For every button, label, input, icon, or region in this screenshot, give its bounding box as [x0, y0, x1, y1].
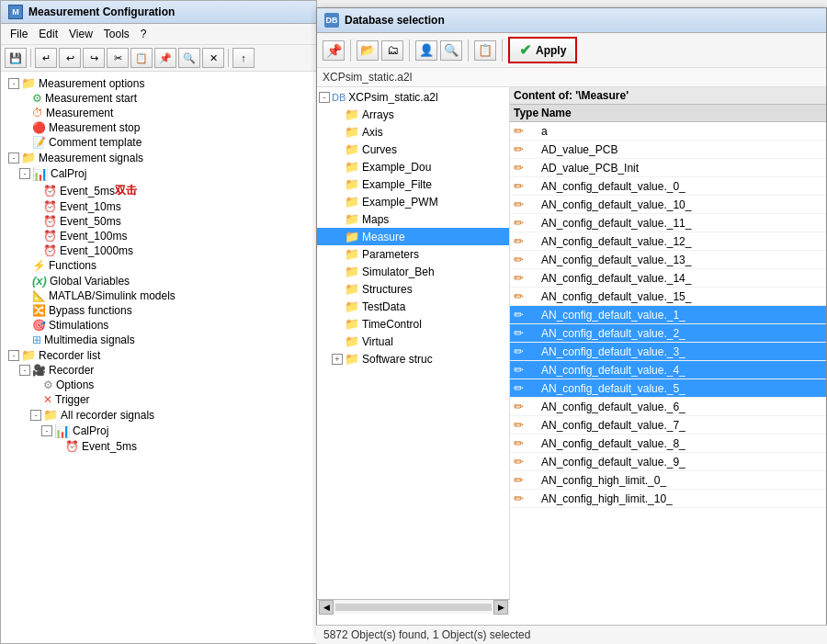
list-row-13[interactable]: ✏AN_config_default_value._4_	[510, 361, 826, 379]
tree-item-matlab[interactable]: 📐 MATLAB/Simulink models	[1, 288, 316, 303]
tree-item-meas-stop[interactable]: 🔴 Measurement stop	[1, 120, 316, 135]
label-maps: Maps	[362, 213, 389, 226]
scroll-left-btn[interactable]: ◀	[319, 600, 334, 615]
toolbar-save-btn[interactable]: 💾	[5, 48, 27, 68]
toolbar-db-open-btn[interactable]: 📂	[357, 40, 379, 61]
toolbar-undo-btn[interactable]: ↩	[59, 48, 81, 68]
tree-item-meas-signals[interactable]: - 📁 Measurement signals	[1, 150, 316, 165]
list-row-20[interactable]: ✏AN_config_high_limit._10_	[510, 490, 826, 508]
tree-item-bypass[interactable]: 🔀 Bypass functions	[1, 303, 316, 318]
tree-item-global-vars[interactable]: (x) Global Variables	[1, 273, 316, 288]
list-row-0[interactable]: ✏a	[510, 122, 826, 141]
tree-item-multimedia[interactable]: ⊞ Multimedia signals	[1, 333, 316, 347]
tree-item-calproj[interactable]: - 📊 CalProj	[1, 165, 316, 182]
list-row-17[interactable]: ✏AN_config_default_value._8_	[510, 435, 826, 453]
menu-view[interactable]: View	[63, 26, 98, 42]
tree-item-event100ms[interactable]: ⏰ Event_100ms	[1, 229, 316, 243]
list-row-6[interactable]: ✏AN_config_default_value._12_	[510, 232, 826, 251]
list-row-12[interactable]: ✏AN_config_default_value._3_	[510, 343, 826, 361]
db-tree-item-structures[interactable]: 📁Structures	[317, 280, 509, 298]
list-row-2[interactable]: ✏AD_value_PCB_Init	[510, 159, 826, 177]
toolbar-paste-btn[interactable]: 📌	[154, 48, 176, 68]
tree-item-meas[interactable]: ⏱ Measurement	[1, 106, 316, 120]
toolbar-db-recent-btn[interactable]: 🗂	[381, 40, 403, 61]
tree-item-functions[interactable]: ⚡ Functions	[1, 258, 316, 273]
h-scrollbar-thumb[interactable]	[335, 604, 492, 611]
tree-item-event10ms[interactable]: ⏰ Event_10ms	[1, 199, 316, 214]
tree-item-event50ms[interactable]: ⏰ Event_50ms	[1, 214, 316, 229]
list-row-14[interactable]: ✏AN_config_default_value._5_	[510, 379, 826, 398]
list-row-10[interactable]: ✏AN_config_default_value._1_	[510, 306, 826, 324]
toolbar-search-btn[interactable]: 🔍	[178, 48, 200, 68]
list-row-4[interactable]: ✏AN_config_default_value._10_	[510, 196, 826, 214]
col-name-2: AD_value_PCB_Init	[541, 162, 822, 175]
tree-item-comment[interactable]: 📝 Comment template	[1, 135, 316, 150]
scroll-right-btn[interactable]: ▶	[493, 600, 508, 615]
list-row-3[interactable]: ✏AN_config_default_value._0_	[510, 177, 826, 196]
tree-item-event1000ms[interactable]: ⏰ Event_1000ms	[1, 243, 316, 258]
db-tree-item-params[interactable]: 📁Parameters	[317, 245, 509, 263]
tree-item-options[interactable]: ⚙ Options	[1, 378, 316, 392]
db-tree-item-timecontrol[interactable]: 📁TimeControl	[317, 315, 509, 333]
expand-root[interactable]: -	[319, 92, 330, 103]
toolbar-cut-btn[interactable]: ✂	[107, 48, 129, 68]
tree-item-stim[interactable]: 🎯 Stimulations	[1, 318, 316, 333]
list-row-7[interactable]: ✏AN_config_default_value._13_	[510, 251, 826, 269]
expand-recorder[interactable]: -	[19, 365, 30, 376]
menu-file[interactable]: File	[5, 26, 33, 42]
list-row-11[interactable]: ✏AN_config_default_value._2_	[510, 324, 826, 343]
expand-all-recorder[interactable]: -	[30, 410, 41, 421]
list-row-19[interactable]: ✏AN_config_high_limit._0_	[510, 471, 826, 490]
menu-help[interactable]: ?	[135, 26, 153, 42]
tree-item-calproj2[interactable]: - 📊 CalProj	[1, 423, 316, 439]
tree-item-recorder[interactable]: - 🎥 Recorder	[1, 363, 316, 378]
db-tree-item-virtual[interactable]: 📁Virtual	[317, 333, 509, 350]
toolbar-db-save-btn[interactable]: 📌	[323, 40, 345, 61]
db-tree-item-curves[interactable]: 📁Curves	[317, 141, 509, 158]
db-tree-item-simulator-beh[interactable]: 📁Simulator_Beh	[317, 263, 509, 280]
toolbar-db-user-btn[interactable]: 👤	[415, 40, 437, 61]
list-row-5[interactable]: ✏AN_config_default_value._11_	[510, 214, 826, 232]
tree-item-event5ms2[interactable]: ⏰ Event_5ms	[1, 439, 316, 454]
expand-software-struc[interactable]: +	[332, 354, 343, 365]
db-tree-item-example-pwm[interactable]: 📁Example_PWM	[317, 193, 509, 210]
db-tree-item-software-struc[interactable]: +📁Software struc	[317, 350, 509, 367]
label-testdata: TestData	[362, 300, 405, 313]
toolbar-redo-btn[interactable]: ↪	[83, 48, 105, 68]
db-tree-item-maps[interactable]: 📁Maps	[317, 210, 509, 228]
expand-meas-options[interactable]: -	[8, 78, 19, 89]
list-row-9[interactable]: ✏AN_config_default_value._15_	[510, 288, 826, 306]
menu-tools[interactable]: Tools	[98, 26, 135, 42]
tree-item-meas-options[interactable]: - 📁 Measurement options	[1, 75, 316, 91]
db-tree-root[interactable]: - DB XCPsim_static.a2l	[317, 89, 509, 106]
list-row-8[interactable]: ✏AN_config_default_value._14_	[510, 269, 826, 288]
tree-item-trigger[interactable]: ✕ Trigger	[1, 392, 316, 407]
apply-button[interactable]: ✔ Apply	[508, 37, 577, 63]
tree-item-recorder-list[interactable]: - 📁 Recorder list	[1, 347, 316, 363]
toolbar-new-btn[interactable]: ↵	[35, 48, 57, 68]
db-tree-item-example-dou[interactable]: 📁Example_Dou	[317, 158, 509, 175]
menu-edit[interactable]: Edit	[33, 26, 63, 42]
toolbar-delete-btn[interactable]: ✕	[202, 48, 224, 68]
toolbar-up-btn[interactable]: ↑	[232, 48, 255, 68]
toolbar-db-search-btn[interactable]: 🔍	[440, 40, 462, 61]
expand-meas-signals[interactable]: -	[8, 153, 19, 164]
db-tree-item-axis[interactable]: 📁Axis	[317, 123, 509, 141]
db-tree-item-measure[interactable]: 📁Measure	[317, 228, 509, 245]
toolbar-db-prop-btn[interactable]: 📋	[474, 40, 496, 61]
list-row-16[interactable]: ✏AN_config_default_value._7_	[510, 416, 826, 435]
db-tree-item-arrays[interactable]: 📁Arrays	[317, 106, 509, 123]
tree-item-all-recorder[interactable]: - 📁 All recorder signals	[1, 407, 316, 423]
db-tree-item-testdata[interactable]: 📁TestData	[317, 298, 509, 315]
expand-calproj2[interactable]: -	[41, 425, 52, 436]
list-row-1[interactable]: ✏AD_value_PCB	[510, 141, 826, 159]
expand-recorder-list[interactable]: -	[8, 350, 19, 361]
tree-item-event5ms[interactable]: ⏰ Event_5ms 双击	[1, 182, 316, 199]
list-row-15[interactable]: ✏AN_config_default_value._6_	[510, 398, 826, 416]
db-tree-scrollbar[interactable]: ◀ ▶	[317, 599, 510, 614]
list-row-18[interactable]: ✏AN_config_default_value._9_	[510, 453, 826, 471]
tree-item-meas-start[interactable]: ⚙ Measurement start	[1, 91, 316, 106]
expand-calproj[interactable]: -	[19, 168, 30, 179]
db-tree-item-example-filt[interactable]: 📁Example_Filte	[317, 175, 509, 193]
toolbar-copy-btn[interactable]: 📋	[130, 48, 153, 68]
